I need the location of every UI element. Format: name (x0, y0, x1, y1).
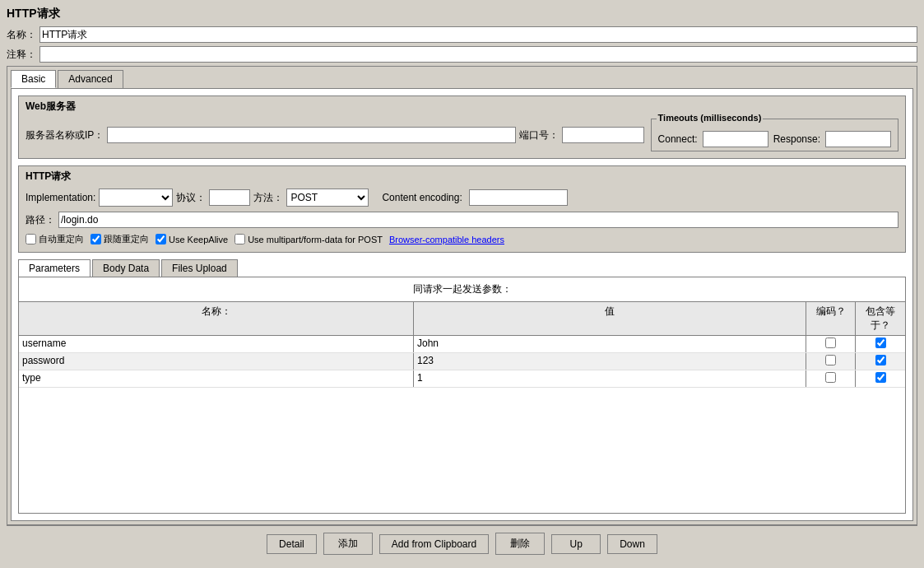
impl-label: Implementation: (26, 192, 95, 203)
tab-parameters[interactable]: Parameters (18, 259, 91, 277)
comment-label: 注释： (7, 48, 36, 62)
tab-basic-content: Web服务器 服务器名称或IP： 端口号： Timeouts (millisec… (11, 88, 913, 521)
col-value-header: 值 (414, 302, 806, 335)
up-button[interactable]: Up (551, 534, 601, 554)
tab-advanced[interactable]: Advanced (58, 70, 123, 88)
encoding-label: Content encoding: (382, 192, 462, 203)
param-name-cell: username (19, 336, 414, 352)
page-title: HTTP请求 (7, 7, 917, 21)
port-input[interactable] (562, 127, 644, 143)
include-checkbox[interactable] (875, 372, 886, 383)
col-include-header: 包含等于？ (856, 302, 905, 335)
path-row: 路径： (26, 212, 898, 228)
name-input[interactable] (39, 26, 917, 43)
encode-checkbox[interactable] (825, 372, 836, 383)
follow-redirect-checkbox[interactable] (91, 234, 101, 244)
follow-redirect-checkbox-item[interactable]: 跟随重定向 (91, 233, 149, 245)
param-include-cell[interactable] (856, 353, 905, 370)
multipart-checkbox-item[interactable]: Use multipart/form-data for POST (234, 234, 383, 244)
outer-tab-bar: Basic Advanced (7, 67, 917, 88)
col-encode-header: 编码？ (806, 302, 856, 335)
encode-checkbox[interactable] (825, 338, 836, 348)
param-include-cell[interactable] (856, 370, 905, 387)
params-table-container: 同请求一起发送参数： 名称： 值 编码？ 包含等于？ username John… (18, 277, 906, 514)
inner-tabs-wrapper: Parameters Body Data Files Upload 同请求一起发… (18, 259, 906, 514)
timeouts-box: Timeouts (milliseconds) Connect: Respons… (651, 119, 898, 151)
connect-label: Connect: (658, 133, 698, 145)
web-server-row: 服务器名称或IP： 端口号： Timeouts (milliseconds) C… (26, 119, 898, 151)
param-encode-cell[interactable] (806, 353, 856, 370)
col-name-header: 名称： (19, 302, 414, 335)
tab-body-data[interactable]: Body Data (92, 259, 160, 277)
include-checkbox[interactable] (875, 338, 886, 348)
impl-select[interactable] (99, 189, 173, 207)
keepalive-checkbox[interactable] (156, 234, 166, 244)
http-request-section: HTTP请求 Implementation: 协议： 方法： POST GET … (18, 165, 906, 253)
param-name-cell: type (19, 370, 414, 387)
connect-input[interactable] (703, 131, 768, 147)
encoding-input[interactable] (469, 189, 568, 206)
table-row[interactable]: type 1 (19, 370, 905, 388)
multipart-label: Use multipart/form-data for POST (248, 235, 383, 244)
response-input[interactable] (825, 131, 891, 147)
path-label: 路径： (26, 213, 55, 227)
protocol-label: 协议： (176, 191, 206, 205)
delete-button[interactable]: 删除 (495, 533, 545, 555)
method-label: 方法： (253, 191, 283, 205)
server-label: 服务器名称或IP： (26, 128, 104, 142)
bottom-buttons: Detail 添加 Add from Clipboard 删除 Up Down (7, 525, 917, 561)
keepalive-checkbox-item[interactable]: Use KeepAlive (156, 234, 228, 244)
inner-tab-bar: Parameters Body Data Files Upload (18, 259, 906, 277)
method-select[interactable]: POST GET PUT DELETE (286, 189, 369, 207)
protocol-input[interactable] (209, 189, 250, 206)
down-button[interactable]: Down (607, 534, 657, 554)
multipart-checkbox[interactable] (234, 234, 245, 244)
add-from-clipboard-button[interactable]: Add from Clipboard (379, 534, 489, 554)
main-container: HTTP请求 名称： 注释： Basic Advanced Web服务器 服务器… (0, 0, 924, 568)
tab-basic[interactable]: Basic (11, 70, 56, 88)
params-rows: username John password 123 type 1 (19, 336, 905, 388)
response-label: Response: (773, 133, 820, 145)
encode-checkbox[interactable] (825, 355, 836, 365)
add-button[interactable]: 添加 (323, 533, 373, 555)
param-encode-cell[interactable] (806, 336, 856, 352)
server-input[interactable] (107, 127, 515, 143)
outer-tabs-container: Basic Advanced Web服务器 服务器名称或IP： 端口号： Tim… (7, 66, 917, 525)
name-label: 名称： (7, 28, 36, 42)
param-encode-cell[interactable] (806, 370, 856, 387)
name-row: 名称： (7, 26, 917, 43)
comment-input[interactable] (39, 46, 917, 63)
detail-button[interactable]: Detail (267, 534, 317, 554)
follow-redirect-label: 跟随重定向 (104, 233, 149, 245)
web-server-section: Web服务器 服务器名称或IP： 端口号： Timeouts (millisec… (18, 95, 906, 159)
http-method-row: Implementation: 协议： 方法： POST GET PUT DEL… (26, 189, 898, 207)
port-label: 端口号： (519, 128, 559, 142)
auto-redirect-checkbox-item[interactable]: 自动重定向 (26, 233, 84, 245)
server-name-section: 服务器名称或IP： 端口号： (26, 127, 644, 143)
http-request-title: HTTP请求 (26, 170, 898, 184)
params-columns: 名称： 值 编码？ 包含等于？ (19, 302, 905, 336)
param-value-cell: John (414, 336, 806, 352)
table-row[interactable]: username John (19, 336, 905, 353)
comment-row: 注释： (7, 46, 917, 63)
param-value-cell: 1 (414, 370, 806, 387)
checkbox-row: 自动重定向 跟随重定向 Use KeepAlive Use multipart/… (26, 233, 898, 245)
auto-redirect-checkbox[interactable] (26, 234, 36, 244)
auto-redirect-label: 自动重定向 (39, 233, 84, 245)
path-input[interactable] (58, 212, 898, 228)
table-row[interactable]: password 123 (19, 353, 905, 370)
param-include-cell[interactable] (856, 336, 905, 352)
timeouts-title: Timeouts (milliseconds) (657, 113, 764, 123)
web-server-title: Web服务器 (26, 100, 898, 114)
params-header: 同请求一起发送参数： (19, 277, 905, 302)
tab-files-upload[interactable]: Files Upload (161, 259, 238, 277)
browser-headers-link[interactable]: Browser-compatible headers (389, 235, 504, 244)
param-name-cell: password (19, 353, 414, 370)
keepalive-label: Use KeepAlive (169, 235, 228, 244)
param-value-cell: 123 (414, 353, 806, 370)
include-checkbox[interactable] (875, 355, 886, 365)
